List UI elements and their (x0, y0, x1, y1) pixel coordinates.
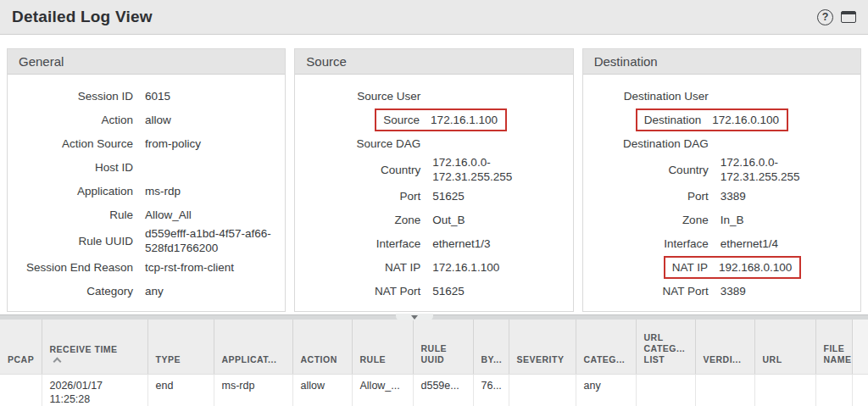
field-row-session-end-reason: Session End Reason tcp-rst-from-client (8, 255, 278, 279)
dialog-titlebar: Detailed Log View ? (0, 0, 868, 35)
cell-rule-uuid[interactable]: d559e... (413, 374, 473, 406)
panel-general: General Session ID 6015 Action allow Act… (7, 48, 286, 312)
cell-receive-time[interactable]: 2026/01/17 11:25:28 (42, 374, 147, 406)
panel-destination: Destination Destination User Destination… (582, 48, 861, 312)
field-value: ethernet1/4 (721, 236, 854, 251)
field-row-rule: Rule Allow_All (8, 203, 278, 226)
field-row-destination-zone: Zone In_B (583, 208, 854, 231)
cell-url[interactable] (754, 374, 815, 406)
cell-verdict[interactable] (695, 374, 754, 406)
col-header-severity[interactable]: SEVERITY (509, 320, 576, 374)
splitter-notch[interactable] (396, 314, 433, 320)
field-row-action-source: Action Source from-policy (8, 131, 278, 155)
field-row-destination-nat-port: NAT Port 3389 (583, 279, 854, 303)
col-header-rule[interactable]: RULE (352, 320, 413, 374)
panel-general-title: General (8, 49, 285, 75)
field-value: 172.16.1.100 (432, 260, 565, 275)
cell-bytes[interactable]: 76... (473, 374, 509, 406)
field-value: d559efff-a1bd-4f57-af66-528fd1766200 (145, 226, 278, 255)
col-header-url-category-list[interactable]: URL CATEG... LIST (636, 320, 695, 374)
col-label: FILE NAME (824, 343, 852, 364)
field-row-source-user: Source User (295, 84, 565, 108)
cell-application[interactable]: ms-rdp (214, 374, 292, 406)
panel-source-body: Source User Source 172.16.1.100 Source D… (295, 75, 572, 303)
col-label: URL CATEG... LIST (644, 332, 686, 364)
highlight-box: Destination 172.16.0.100 (636, 108, 788, 131)
popout-window-icon[interactable] (841, 11, 856, 23)
cell-type[interactable]: end (147, 374, 214, 406)
field-value: 172.16.0.100 (712, 113, 779, 127)
sort-ascending-icon (53, 357, 61, 365)
field-value: 172.16.0.0-172.31.255.255 (432, 155, 565, 184)
field-row-source-address: Source 172.16.1.100 (295, 108, 565, 131)
col-header-application[interactable]: APPLICAT... (214, 320, 292, 374)
col-header-url[interactable]: URL (754, 320, 815, 374)
field-row-host-id: Host ID (8, 155, 278, 179)
col-header-file-name[interactable]: FILE NAME (815, 320, 852, 374)
field-label: Session End Reason (8, 260, 133, 275)
collapse-arrow-icon (411, 315, 418, 320)
field-label: NAT IP (672, 260, 708, 275)
field-row-action: Action allow (8, 108, 278, 131)
cell-url-category-list[interactable] (636, 374, 695, 406)
field-row-source-dag: Source DAG (295, 131, 565, 155)
panel-destination-title: Destination (583, 49, 860, 75)
field-label: Port (583, 189, 709, 203)
col-label: VERDI... (704, 354, 742, 364)
col-header-action[interactable]: ACTION (292, 320, 352, 374)
col-header-verdict[interactable]: VERDI... (695, 320, 754, 374)
panel-source: Source Source User Source 172.16.1.100 S… (294, 48, 573, 312)
field-label: Rule UUID (8, 234, 133, 248)
field-label: NAT Port (583, 284, 709, 298)
cell-rule[interactable]: Allow_... (352, 374, 413, 406)
field-row-application: Application ms-rdp (8, 179, 278, 203)
field-value: 51625 (432, 284, 565, 298)
cell-severity[interactable] (509, 374, 576, 406)
col-header-type[interactable]: TYPE (147, 320, 214, 374)
field-label: Destination DAG (583, 136, 709, 151)
col-header-receive-time[interactable]: RECEIVE TIME (42, 320, 147, 374)
panel-source-title: Source (295, 49, 572, 75)
cell-pcap[interactable] (0, 374, 42, 406)
detailed-log-view-dialog: Detailed Log View ? General Session ID 6… (0, 0, 868, 406)
col-label: URL (763, 354, 782, 364)
field-label: Source (383, 113, 420, 127)
titlebar-icons: ? (817, 9, 856, 25)
field-label: Zone (295, 213, 420, 227)
field-label: Destination User (583, 89, 709, 103)
field-value: allow (145, 113, 278, 127)
field-row-source-port: Port 51625 (295, 184, 565, 208)
scrollbar-track (852, 320, 868, 374)
field-label: Host ID (8, 160, 133, 175)
col-header-pcap[interactable]: PCAP (0, 320, 42, 374)
field-value: tcp-rst-from-client (145, 260, 278, 275)
field-row-source-nat-port: NAT Port 51625 (295, 279, 565, 303)
col-header-category[interactable]: CATEG... (576, 320, 636, 374)
field-label: NAT Port (295, 284, 420, 298)
field-label: Session ID (8, 89, 133, 103)
cell-file-name[interactable] (815, 374, 852, 406)
field-label: Action Source (8, 136, 133, 151)
field-value: from-policy (145, 136, 278, 151)
field-value: 3389 (721, 284, 854, 298)
field-value: Out_B (432, 213, 565, 227)
page-title: Detailed Log View (12, 8, 153, 26)
col-label: PCAP (8, 354, 34, 364)
field-value: In_B (721, 213, 854, 227)
field-row-destination-port: Port 3389 (583, 184, 854, 208)
field-row-session-id: Session ID 6015 (8, 84, 278, 108)
scrollbar-track (852, 374, 868, 406)
highlight-box: Source 172.16.1.100 (375, 108, 507, 131)
detail-panels: General Session ID 6015 Action allow Act… (0, 35, 868, 312)
panel-splitter[interactable] (0, 314, 868, 320)
cell-action[interactable]: allow (292, 374, 352, 406)
field-value: 172.16.0.0-172.31.255.255 (721, 155, 854, 184)
col-header-rule-uuid[interactable]: RULE UUID (413, 320, 473, 374)
col-label: RULE (360, 354, 387, 364)
field-row-source-interface: Interface ethernet1/3 (295, 231, 565, 255)
log-row[interactable]: 2026/01/17 11:25:28 end ms-rdp allow All… (0, 374, 868, 406)
help-icon[interactable]: ? (817, 9, 833, 25)
col-header-bytes[interactable]: BY... (473, 320, 509, 374)
cell-category[interactable]: any (576, 374, 636, 406)
highlight-box: NAT IP 192.168.0.100 (664, 256, 802, 279)
